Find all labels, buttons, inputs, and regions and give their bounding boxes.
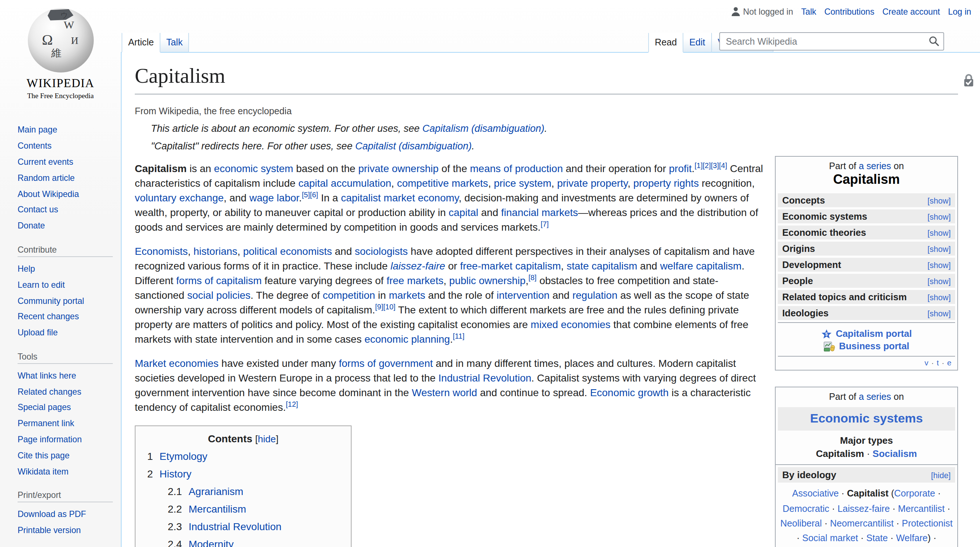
show-toggle[interactable]: [show] — [927, 261, 951, 269]
sidebar-item[interactable]: What links here — [18, 369, 113, 382]
tab-edit[interactable]: Edit — [683, 33, 711, 53]
personal-link-talk[interactable]: Talk — [801, 6, 816, 16]
sidebar-item[interactable]: About Wikipedia — [18, 187, 113, 200]
wiki-link[interactable]: Neoliberal — [780, 518, 822, 528]
wiki-link[interactable]: Socialism — [873, 448, 917, 460]
personal-link-contributions[interactable]: Contributions — [824, 6, 875, 16]
wiki-link[interactable]: free markets — [387, 275, 444, 286]
wiki-link[interactable]: welfare capitalism — [660, 260, 741, 272]
toc-link[interactable]: Mercantilism — [189, 503, 246, 515]
vte-link[interactable]: e — [947, 358, 951, 367]
wiki-link[interactable]: Welfare — [896, 533, 928, 543]
series-link[interactable]: a series — [859, 392, 891, 402]
vte-link[interactable]: v — [925, 358, 929, 367]
sidebar-item[interactable]: Related changes — [18, 385, 113, 398]
wiki-link[interactable]: Corporate — [894, 489, 935, 499]
wiki-link[interactable]: financial markets — [501, 207, 578, 218]
wiki-link[interactable]: Industrial Revolution — [438, 372, 531, 384]
toc-link[interactable]: Etymology — [160, 450, 208, 462]
wiki-link[interactable]: Neomercantilist — [830, 518, 894, 528]
show-toggle[interactable]: [show] — [927, 293, 951, 302]
wiki-link[interactable]: profit — [669, 162, 692, 174]
wiki-link[interactable]: Economic growth — [590, 386, 669, 398]
wiki-link[interactable]: public ownership — [449, 275, 526, 286]
wiki-link[interactable]: state capitalism — [566, 260, 637, 272]
sidebar-item[interactable]: Contents — [18, 139, 113, 152]
reference-link[interactable]: [11] — [453, 332, 465, 340]
reference-link[interactable]: [12] — [286, 400, 298, 408]
wiki-link[interactable]: competitive markets — [397, 177, 488, 189]
wiki-link[interactable]: regulation — [573, 289, 617, 301]
wiki-link[interactable]: markets — [389, 289, 426, 301]
wiki-link[interactable]: competition — [323, 289, 375, 301]
wiki-link[interactable]: private ownership — [358, 162, 438, 174]
toc-link[interactable]: Agrarianism — [189, 485, 243, 497]
vte-link[interactable]: t — [937, 358, 939, 367]
wiki-link[interactable]: sociologists — [355, 245, 408, 257]
reference-link[interactable]: [9][10] — [375, 303, 396, 311]
sidebar-item[interactable]: Page information — [18, 433, 113, 446]
sidebar-item[interactable]: Random article — [18, 171, 113, 184]
reference-link[interactable]: [1][2][3][4] — [695, 161, 727, 169]
show-toggle[interactable]: [show] — [927, 196, 951, 205]
toc-item[interactable]: 2.4Modernity — [168, 538, 339, 547]
wiki-link[interactable]: economic planning — [364, 333, 450, 345]
toc-link[interactable]: History — [160, 468, 191, 480]
wiki-link[interactable]: Capitalist (disambiguation) — [355, 141, 472, 151]
toc-item[interactable]: 2.1Agrarianism — [168, 485, 339, 497]
show-toggle[interactable]: [show] — [927, 245, 951, 253]
wiki-link[interactable]: wage labor — [250, 192, 299, 204]
toc-link[interactable]: Modernity — [189, 538, 234, 547]
wiki-link[interactable]: Western world — [412, 386, 477, 398]
wiki-link[interactable]: social policies — [187, 289, 250, 301]
show-toggle[interactable]: [show] — [927, 229, 951, 237]
wiki-link[interactable]: intervention — [496, 289, 550, 301]
reference-link[interactable]: [7] — [541, 220, 549, 228]
wiki-link[interactable]: Social market — [802, 533, 858, 543]
wiki-link[interactable]: Democratic — [783, 503, 829, 514]
sidebar-item[interactable]: Wikidata item — [18, 465, 113, 478]
tab-read[interactable]: Read — [648, 33, 683, 53]
sidebar-item[interactable]: Current events — [18, 155, 113, 168]
wiki-link[interactable]: Capitalism (disambiguation) — [422, 123, 544, 134]
sidebar-item[interactable]: Special pages — [18, 401, 113, 414]
personal-link-create-account[interactable]: Create account — [883, 6, 940, 16]
series-link[interactable]: a series — [859, 161, 891, 171]
wiki-link[interactable]: economic system — [214, 162, 293, 174]
wiki-link[interactable]: historians — [193, 245, 237, 257]
padlock-check-icon[interactable] — [963, 73, 974, 90]
sidebar-item[interactable]: Contact us — [18, 203, 113, 216]
show-toggle[interactable]: [show] — [927, 277, 951, 286]
show-toggle[interactable]: [show] — [927, 309, 951, 318]
wiki-link[interactable]: capital accumulation — [299, 177, 391, 189]
wiki-link[interactable]: mixed economies — [531, 318, 611, 330]
wiki-link[interactable]: Laissez-faire — [838, 503, 890, 514]
search-icon[interactable] — [929, 36, 939, 46]
wiki-link[interactable]: State — [867, 533, 888, 543]
wiki-link[interactable]: Mercantilist — [898, 503, 945, 514]
wiki-link[interactable]: capitalist market economy — [341, 192, 459, 204]
portal-link[interactable]: Business portal — [839, 341, 909, 352]
sidebar-item[interactable]: Upload file — [18, 326, 113, 339]
toc-item[interactable]: 2.3Industrial Revolution — [168, 521, 339, 532]
wiki-link[interactable]: property rights — [633, 177, 699, 189]
sidebar-item[interactable]: Donate — [18, 219, 113, 232]
wiki-link[interactable]: forms of government — [339, 357, 433, 369]
sidebar-item[interactable]: Download as PDF — [18, 508, 113, 521]
hide-toggle[interactable]: [hide] — [931, 471, 951, 480]
toc-hide-link[interactable]: hide — [258, 434, 276, 444]
sidebar-item[interactable]: Printable version — [18, 524, 113, 537]
tab-article[interactable]: Article — [122, 33, 161, 53]
wiki-link[interactable]: laissez-faire — [390, 260, 445, 272]
sidebar-item[interactable]: Cite this page — [18, 449, 113, 462]
tab-talk[interactable]: Talk — [161, 33, 189, 53]
wiki-link[interactable]: political economists — [243, 245, 332, 257]
sidebar-item[interactable]: Main page — [18, 123, 113, 136]
sidebar-item[interactable]: Learn to edit — [18, 278, 113, 291]
wiki-link[interactable]: free-market capitalism — [460, 260, 561, 272]
toc-item[interactable]: 2.2Mercantilism — [168, 503, 339, 515]
wiki-link[interactable]: price system — [494, 177, 551, 189]
toc-item[interactable]: 1Etymology — [147, 450, 339, 462]
wiki-link[interactable]: Market economies — [135, 357, 219, 369]
wiki-link[interactable]: Economists — [135, 245, 188, 257]
